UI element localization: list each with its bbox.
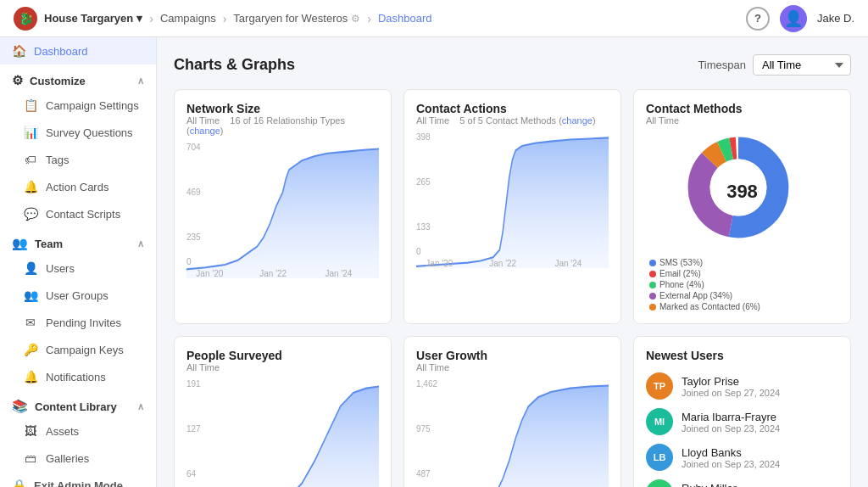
ca-x3: Jan '24 xyxy=(554,259,581,268)
chart-people-surveyed: People Surveyed All Time 191 xyxy=(174,336,392,487)
chart-network-size: Network Size All Time 16 of 16 Relations… xyxy=(174,89,392,324)
brand-logo: 🐉 xyxy=(14,7,37,31)
sidebar-item-users[interactable]: 👤 Users xyxy=(0,255,156,282)
user-growth-sub: All Time xyxy=(416,362,609,372)
user-growth-title: User Growth xyxy=(416,349,609,362)
galleries-icon: 🗃 xyxy=(24,451,37,465)
ps-y-mid1: 127 xyxy=(186,424,201,434)
user-groups-icon: 👥 xyxy=(24,288,37,302)
action-cards-icon: 🔔 xyxy=(24,180,37,193)
main-header: Charts & Graphs Timespan All Time Last 3… xyxy=(174,54,851,76)
main-content: Charts & Graphs Timespan All Time Last 3… xyxy=(157,37,868,487)
tags-icon: 🏷 xyxy=(24,153,37,166)
users-icon: 👤 xyxy=(24,261,37,275)
breadcrumb-settings-icon: ⚙ xyxy=(351,13,360,25)
dashboard-label: Dashboard xyxy=(34,45,88,58)
legend-marked: Marked as Contacted (6%) xyxy=(649,302,760,311)
content-library-label: Content Library xyxy=(35,400,117,413)
brand-label: House Targaryen xyxy=(44,12,133,25)
sidebar: 🏠 Dashboard ⚙ Customize ∧ 📋 Campaign Set… xyxy=(0,37,157,487)
sidebar-item-pending-invites[interactable]: ✉ Pending Invites xyxy=(0,309,156,336)
content-library-icon: 📚 xyxy=(12,399,28,414)
y-min-label: 0 xyxy=(186,257,192,266)
galleries-label: Galleries xyxy=(46,452,89,465)
dashboard-icon: 🏠 xyxy=(12,44,25,58)
newest-users-title: Newest Users xyxy=(646,349,838,362)
breadcrumb-sep-2: › xyxy=(223,12,227,25)
sidebar-item-user-groups[interactable]: 👥 User Groups xyxy=(0,282,156,309)
breadcrumb-campaigns[interactable]: Campaigns xyxy=(160,12,216,25)
sidebar-item-exit-admin[interactable]: 🔒 Exit Admin Mode xyxy=(0,472,156,487)
user-info-2: Lloyd Banks Joined on Sep 23, 2024 xyxy=(682,446,780,469)
network-size-change-link[interactable]: change xyxy=(190,126,220,136)
contact-scripts-icon: 💬 xyxy=(24,207,37,221)
campaign-keys-label: Campaign Keys xyxy=(46,344,124,356)
sidebar-item-campaign-settings[interactable]: 📋 Campaign Settings xyxy=(0,92,156,119)
y-mid2-label: 235 xyxy=(186,232,201,242)
tags-label: Tags xyxy=(46,154,69,166)
sidebar-item-survey-questions[interactable]: 📊 Survey Questions xyxy=(0,119,156,146)
external-app-dot xyxy=(649,293,656,299)
phone-dot xyxy=(649,282,656,288)
contact-scripts-label: Contact Scripts xyxy=(46,208,120,221)
sidebar-item-tags[interactable]: 🏷 Tags xyxy=(0,146,156,173)
user-info-1: Maria Ibarra-Frayre Joined on Sep 23, 20… xyxy=(682,411,780,434)
sms-label: SMS (53%) xyxy=(659,258,703,267)
user-info-0: Taylor Prise Joined on Sep 27, 2024 xyxy=(682,375,780,398)
pending-invites-label: Pending Invites xyxy=(46,316,121,329)
y-mid1-label: 469 xyxy=(186,188,201,197)
newest-users-card: Newest Users TP Taylor Prise Joined on S… xyxy=(633,336,851,487)
team-chevron-icon: ∧ xyxy=(137,238,144,249)
sidebar-bottom: 🔒 Exit Admin Mode ◀ Collapse xyxy=(0,472,156,487)
sidebar-item-assets[interactable]: 🖼 Assets xyxy=(0,417,156,445)
user-row-2: LB Lloyd Banks Joined on Sep 23, 2024 xyxy=(646,444,838,471)
page-title: Charts & Graphs xyxy=(174,56,295,74)
donut-chart: 398 xyxy=(683,132,802,251)
breadcrumb-targaryen[interactable]: Targaryen for Westeros ⚙ xyxy=(233,12,360,25)
user-groups-label: User Groups xyxy=(46,289,108,302)
action-cards-label: Action Cards xyxy=(46,181,108,193)
contact-actions-sub: All Time 5 of 5 Contact Methods (change) xyxy=(416,115,609,126)
notifications-icon: 🔔 xyxy=(24,370,37,383)
sidebar-item-notifications[interactable]: 🔔 Notifications xyxy=(0,363,156,390)
customize-icon: ⚙ xyxy=(12,73,23,88)
timespan-control: Timespan All Time Last 30 Days Last 90 D… xyxy=(698,54,851,76)
network-size-chart: 704 469 235 0 Jan '20 Jan '22 Jan '24 xyxy=(186,143,379,278)
timespan-select[interactable]: All Time Last 30 Days Last 90 Days Last … xyxy=(753,54,851,76)
x-label-1: Jan '20 xyxy=(196,269,223,278)
charts-grid-bottom: People Surveyed All Time 191 xyxy=(174,336,851,487)
chart-contact-methods: Contact Methods All Time xyxy=(633,89,851,324)
external-app-label: External App (34%) xyxy=(659,291,732,300)
sidebar-item-dashboard[interactable]: 🏠 Dashboard xyxy=(0,37,156,64)
users-label: Users xyxy=(46,262,75,275)
email-dot xyxy=(649,271,656,277)
sidebar-item-contact-scripts[interactable]: 💬 Contact Scripts xyxy=(0,200,156,227)
sidebar-item-campaign-keys[interactable]: 🔑 Campaign Keys xyxy=(0,336,156,363)
layout: 🏠 Dashboard ⚙ Customize ∧ 📋 Campaign Set… xyxy=(0,37,868,487)
brand-name[interactable]: House Targaryen ▾ xyxy=(44,12,142,25)
topnav-right: ? 👤 Jake D. xyxy=(746,5,854,32)
sidebar-section-customize[interactable]: ⚙ Customize ∧ xyxy=(0,64,156,92)
team-label: Team xyxy=(35,238,63,250)
breadcrumb-dashboard[interactable]: Dashboard xyxy=(378,12,432,25)
contact-actions-change-link[interactable]: change xyxy=(562,115,593,126)
ps-y-mid2: 64 xyxy=(186,469,196,479)
sidebar-section-content-library[interactable]: 📚 Content Library ∧ xyxy=(0,390,156,417)
breadcrumb-sep-3: › xyxy=(367,12,371,25)
brand-chevron-icon: ▾ xyxy=(136,12,142,25)
notifications-label: Notifications xyxy=(46,371,106,383)
user-row-1: MI Maria Ibarra-Frayre Joined on Sep 23,… xyxy=(646,408,838,435)
help-button[interactable]: ? xyxy=(746,7,770,31)
people-surveyed-title: People Surveyed xyxy=(186,349,379,362)
people-surveyed-sub: All Time xyxy=(186,362,379,372)
sidebar-item-action-cards[interactable]: 🔔 Action Cards xyxy=(0,173,156,200)
user-row-0: TP Taylor Prise Joined on Sep 27, 2024 xyxy=(646,372,838,400)
contact-actions-title: Contact Actions xyxy=(416,102,609,115)
sidebar-section-team[interactable]: 👥 Team ∧ xyxy=(0,227,156,255)
sidebar-item-galleries[interactable]: 🗃 Galleries xyxy=(0,445,156,472)
campaign-settings-icon: 📋 xyxy=(24,98,37,112)
user-info-3: Ruby Miller Joined on Sep 23, 2024 xyxy=(682,482,780,488)
y-max-label: 704 xyxy=(186,143,201,152)
user-avatar[interactable]: 👤 xyxy=(780,5,807,32)
x-label-2: Jan '22 xyxy=(259,269,287,278)
